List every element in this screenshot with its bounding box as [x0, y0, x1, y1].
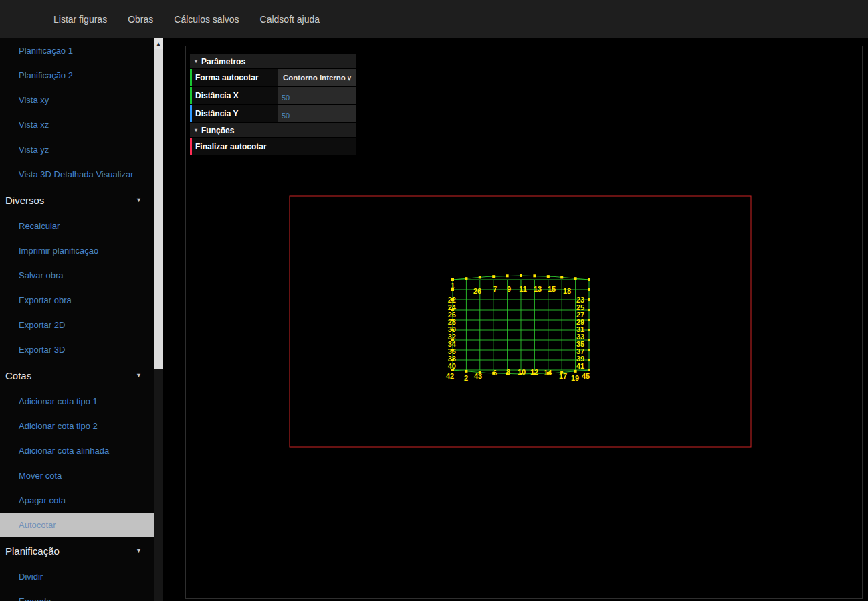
dist-ncia-y-input[interactable]: 50 [278, 105, 356, 122]
dist-ncia-x-input[interactable]: 50 [278, 87, 356, 104]
vertex-marker [588, 329, 590, 331]
sidebar-scrollbar[interactable]: ▲ [154, 38, 163, 601]
vertex-marker [574, 370, 577, 373]
main-area: 1267911131518222426283032343638402325272… [163, 38, 868, 601]
dimension-label: 45 [582, 372, 590, 380]
dimension-label: 11 [519, 285, 527, 293]
parameters-rows: Forma autocotarContorno Interno∨Distânci… [190, 69, 356, 123]
collapse-icon: ▾ [195, 58, 197, 64]
dimension-label: 42 [446, 372, 454, 380]
sidebar-item-recalcular[interactable]: Recalcular [0, 213, 154, 238]
dimension-label: 43 [474, 372, 482, 380]
canvas-region[interactable]: 1267911131518222426283032343638402325272… [185, 46, 863, 599]
dimension-label: 6 [493, 369, 497, 377]
functions-rows: Finalizar autocotar [190, 138, 356, 156]
sidebar-item-apagar-cota[interactable]: Apagar cota [0, 488, 154, 513]
sidebar-item-dividir[interactable]: Dividir [0, 564, 154, 589]
sidebar-item-mover-cota[interactable]: Mover cota [0, 463, 154, 488]
vertex-marker [588, 339, 590, 341]
sidebar-section-label: Planificação [5, 545, 60, 557]
vertex-marker [520, 274, 522, 277]
sidebar-item-salvar-obra[interactable]: Salvar obra [0, 263, 154, 288]
sidebar-item-adicionar-cota-tipo-2[interactable]: Adicionar cota tipo 2 [0, 414, 154, 438]
function-label: Finalizar autocotar [192, 138, 356, 155]
sidebar-item-adicionar-cota-tipo-1[interactable]: Adicionar cota tipo 1 [0, 389, 154, 414]
chevron-down-icon: ∨ [347, 74, 352, 82]
vertex-marker [506, 274, 509, 277]
vertex-marker [574, 277, 577, 280]
vertex-marker [560, 276, 563, 278]
vertex-marker [588, 278, 590, 281]
selection-rect [290, 196, 751, 447]
sidebar-section-label: Cotas [5, 370, 31, 381]
param-row-forma-autocotar: Forma autocotarContorno Interno∨ [190, 69, 356, 87]
param-row-dist-ncia-x: Distância X50 [190, 87, 356, 105]
sidebar-item-emenda[interactable]: Emenda [0, 589, 154, 601]
sidebar-item-imprimir-planifica-o[interactable]: Imprimir planificação [0, 238, 154, 263]
properties-panel: ▾ Parâmetros Forma autocotarContorno Int… [190, 54, 356, 156]
sidebar-item-exportar-3d[interactable]: Exportar 3D [0, 337, 154, 362]
sidebar-item-exportar-2d[interactable]: Exportar 2D [0, 313, 154, 337]
dimension-label: 19 [571, 374, 579, 382]
chevron-down-icon: ▼ [136, 197, 142, 203]
sidebar: Planificação 1Planificação 2Vista xyVist… [0, 38, 154, 601]
vertex-marker [465, 277, 467, 280]
sidebar-item-adicionar-cota-alinhada[interactable]: Adicionar cota alinhada [0, 438, 154, 463]
forma-autocotar-select[interactable]: Contorno Interno∨ [278, 69, 356, 86]
nav-item-caldsoft-ajuda[interactable]: Caldsoft ajuda [260, 14, 320, 25]
dimension-label: 18 [563, 287, 571, 295]
sidebar-item-vista-xz[interactable]: Vista xz [0, 112, 154, 137]
sidebar-item-planifica-o-2[interactable]: Planificação 2 [0, 63, 154, 88]
scroll-up-button[interactable]: ▲ [154, 38, 163, 49]
dimension-label: 1 [451, 282, 455, 290]
collapse-icon: ▾ [195, 127, 197, 133]
vertex-marker [588, 349, 590, 351]
sidebar-section-diversos[interactable]: Diversos▼ [0, 187, 154, 213]
chevron-down-icon: ▼ [136, 547, 142, 554]
nav-item-listar-figuras[interactable]: Listar figuras [53, 14, 107, 25]
dimension-label: 14 [544, 369, 552, 377]
vertex-marker [588, 369, 590, 371]
sidebar-item-exportar-obra[interactable]: Exportar obra [0, 288, 154, 313]
param-label: Forma autocotar [192, 69, 278, 86]
dimension-label: 41 [576, 362, 584, 370]
nav-item-obras[interactable]: Obras [128, 14, 153, 25]
vertex-marker [479, 276, 481, 278]
vertex-marker [588, 319, 590, 321]
sidebar-section-label: Diversos [5, 195, 44, 206]
functions-header[interactable]: ▾ Funções [190, 123, 356, 138]
sidebar-section-planifica-o[interactable]: Planificação▼ [0, 537, 154, 564]
dimension-label: 15 [548, 285, 556, 293]
sidebar-item-planifica-o-1[interactable]: Planificação 1 [0, 38, 154, 63]
parameters-header-label: Parâmetros [201, 57, 245, 66]
dimension-label: 13 [534, 285, 542, 293]
select-value: Contorno Interno [283, 74, 346, 82]
sidebar-section-cotas[interactable]: Cotas▼ [0, 362, 154, 389]
functions-header-label: Funções [201, 126, 234, 135]
vertex-marker [588, 359, 590, 361]
param-label: Distância Y [192, 105, 278, 122]
nav-item-c-lculos-salvos[interactable]: Cálculos salvos [174, 14, 239, 25]
dimension-label: 8 [506, 368, 510, 376]
sidebar-item-vista-3d-detalhada-visualizar[interactable]: Vista 3D Detalhada Visualizar [0, 162, 154, 187]
vertex-marker [451, 278, 454, 281]
chevron-down-icon: ▼ [136, 372, 142, 379]
finalizar-autocotar-button[interactable]: Finalizar autocotar [190, 138, 356, 156]
dimension-label: 40 [448, 362, 456, 370]
parameters-header[interactable]: ▾ Parâmetros [190, 54, 356, 69]
sidebar-item-autocotar[interactable]: Autocotar [0, 513, 154, 537]
scrollbar-thumb[interactable] [154, 49, 163, 369]
param-row-dist-ncia-y: Distância Y50 [190, 105, 356, 123]
param-label: Distância X [192, 87, 278, 104]
vertex-marker [533, 274, 536, 277]
dimension-label: 26 [473, 287, 481, 295]
sidebar-item-vista-xy[interactable]: Vista xy [0, 88, 154, 112]
dimension-label: 17 [559, 372, 567, 380]
dimension-label: 10 [518, 368, 526, 376]
vertex-marker [588, 298, 590, 301]
top-nav: Listar figurasObrasCálculos salvosCaldso… [0, 0, 868, 38]
vertex-marker [547, 275, 550, 278]
dimension-label: 7 [493, 285, 497, 293]
vertex-marker [588, 288, 590, 291]
sidebar-item-vista-yz[interactable]: Vista yz [0, 137, 154, 162]
